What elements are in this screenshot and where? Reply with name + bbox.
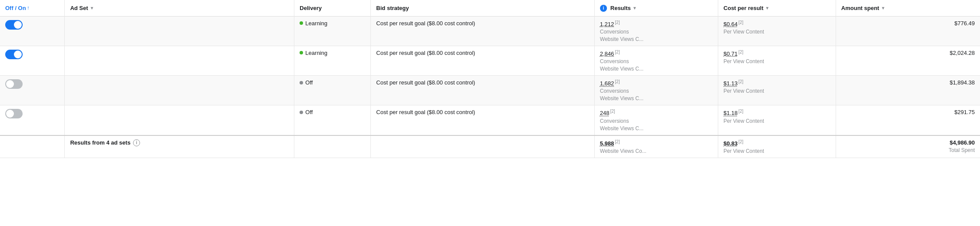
summary-amount-sub: Total Spent <box>841 147 975 153</box>
delivery-status-dot <box>300 81 303 84</box>
cost-superscript: [2] <box>739 109 743 114</box>
cost-value: $1.13 <box>723 80 738 87</box>
amount-value: $2,024.28 <box>841 50 975 56</box>
delivery-status-dot <box>300 51 303 54</box>
bid-col-label: Bid strategy <box>376 5 409 11</box>
results-info-icon[interactable]: i <box>600 5 607 12</box>
summary-results-cell: 5,988[2] Website Views Co... <box>594 135 718 158</box>
sort-up-icon[interactable]: ↑ <box>27 5 30 11</box>
result-value: 1,212 <box>600 21 614 27</box>
delivery-status-dot <box>300 21 303 25</box>
result-value: 248 <box>600 110 610 117</box>
cost-value: $0.71 <box>723 51 738 57</box>
summary-result-sub: Website Views Co... <box>600 148 713 154</box>
adset-sort-icon[interactable]: ▼ <box>90 6 94 10</box>
cost-superscript: [2] <box>739 79 743 84</box>
cost-cell: $0.64[2] Per View Content <box>718 16 836 46</box>
summary-cost-value: $0.83 <box>723 140 738 147</box>
result-sub2-label: Website Views C... <box>600 125 713 132</box>
results-col-label: Results <box>610 5 631 11</box>
results-cell: 1,212[2] Conversions Website Views C... <box>594 16 718 46</box>
bid-strategy-cell: Cost per result goal ($8.00 cost control… <box>371 16 594 46</box>
cost-sort-icon[interactable]: ▼ <box>765 6 770 10</box>
cost-sub-label: Per View Content <box>723 88 830 94</box>
result-sub2-label: Website Views C... <box>600 66 713 72</box>
amount-cell: $776.49 <box>836 16 980 46</box>
result-sub-label: Conversions <box>600 58 713 64</box>
th-delivery: Delivery <box>294 0 371 16</box>
ads-table: Off / On ↑ Ad Set ▼ Delivery Bid strateg… <box>0 0 980 158</box>
delivery-col-label: Delivery <box>300 5 322 11</box>
amount-value: $291.75 <box>841 109 975 115</box>
adset-cell <box>65 16 294 46</box>
toggle-switch[interactable] <box>5 50 23 59</box>
delivery-cell: Learning <box>294 46 371 75</box>
cost-cell: $1.13[2] Per View Content <box>718 76 836 105</box>
result-superscript: [2] <box>610 109 615 114</box>
summary-cost-cell: $0.83[2] Per View Content <box>718 135 836 158</box>
cost-sub-label: Per View Content <box>723 29 830 35</box>
adset-cell <box>65 105 294 135</box>
result-sub-label: Conversions <box>600 118 713 124</box>
toggle-cell <box>0 76 65 105</box>
result-superscript: [2] <box>615 50 620 54</box>
amount-cell: $291.75 <box>836 105 980 135</box>
amount-value: $1,894.38 <box>841 79 975 86</box>
toggle-switch[interactable] <box>5 20 23 30</box>
cost-sub-label: Per View Content <box>723 118 830 124</box>
th-cost: Cost per result ▼ <box>718 0 836 16</box>
cost-cell: $0.71[2] Per View Content <box>718 46 836 75</box>
off-on-label: Off / On <box>5 5 26 11</box>
delivery-cell: Off <box>294 105 371 135</box>
result-superscript: [2] <box>615 20 620 25</box>
th-results: i Results ▼ <box>594 0 718 16</box>
results-sort-icon[interactable]: ▼ <box>633 6 637 10</box>
toggle-switch[interactable] <box>5 109 23 118</box>
delivery-status-dot <box>300 111 303 114</box>
toggle-cell <box>0 16 65 46</box>
table-row: LearningCost per result goal ($8.00 cost… <box>0 46 980 75</box>
amount-col-label: Amount spent <box>841 5 879 11</box>
delivery-cell: Off <box>294 76 371 105</box>
summary-bid-cell <box>371 135 594 158</box>
delivery-label: Learning <box>305 20 327 27</box>
result-sub-label: Conversions <box>600 88 713 94</box>
amount-sort-icon[interactable]: ▼ <box>881 6 885 10</box>
delivery-label: Off <box>305 79 313 86</box>
th-amount: Amount spent ▼ <box>836 0 980 16</box>
toggle-switch[interactable] <box>5 79 23 89</box>
result-sub-label: Conversions <box>600 29 713 35</box>
cost-cell: $1.18[2] Per View Content <box>718 105 836 135</box>
th-adset: Ad Set ▼ <box>65 0 294 16</box>
delivery-cell: Learning <box>294 16 371 46</box>
th-bid: Bid strategy <box>371 0 594 16</box>
results-cell: 248[2] Conversions Website Views C... <box>594 105 718 135</box>
result-superscript: [2] <box>615 79 620 84</box>
summary-amount-value: $4,986.90 <box>841 139 975 146</box>
summary-amount-cell: $4,986.90 Total Spent <box>836 135 980 158</box>
summary-result-value: 5,988 <box>600 140 614 147</box>
cost-sub-label: Per View Content <box>723 58 830 64</box>
table-row: OffCost per result goal ($8.00 cost cont… <box>0 76 980 105</box>
adset-col-label: Ad Set <box>70 5 88 11</box>
delivery-label: Off <box>305 109 313 115</box>
ads-table-container: Off / On ↑ Ad Set ▼ Delivery Bid strateg… <box>0 0 980 158</box>
th-toggle: Off / On ↑ <box>0 0 65 16</box>
bid-strategy-cell: Cost per result goal ($8.00 cost control… <box>371 105 594 135</box>
bid-strategy-cell: Cost per result goal ($8.00 cost control… <box>371 76 594 105</box>
table-header-row: Off / On ↑ Ad Set ▼ Delivery Bid strateg… <box>0 0 980 16</box>
cost-col-label: Cost per result <box>723 5 763 11</box>
amount-cell: $2,024.28 <box>836 46 980 75</box>
summary-info-icon[interactable]: i <box>133 139 140 146</box>
adset-cell <box>65 46 294 75</box>
summary-toggle-cell <box>0 135 65 158</box>
table-row: OffCost per result goal ($8.00 cost cont… <box>0 105 980 135</box>
toggle-cell <box>0 105 65 135</box>
table-row: LearningCost per result goal ($8.00 cost… <box>0 16 980 46</box>
cost-value: $0.64 <box>723 21 738 27</box>
bid-strategy-cell: Cost per result goal ($8.00 cost control… <box>371 46 594 75</box>
adset-cell <box>65 76 294 105</box>
result-sub2-label: Website Views C... <box>600 95 713 101</box>
summary-delivery-cell <box>294 135 371 158</box>
results-cell: 1,682[2] Conversions Website Views C... <box>594 76 718 105</box>
